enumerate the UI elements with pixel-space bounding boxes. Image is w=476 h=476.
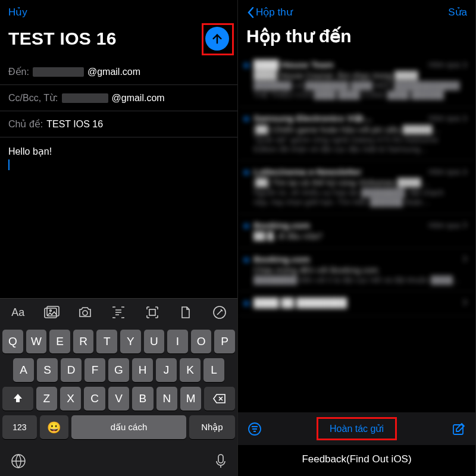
globe-icon[interactable]: [11, 453, 26, 469]
key-t[interactable]: T: [96, 330, 117, 353]
edit-button[interactable]: Sửa: [448, 6, 467, 18]
mail-row[interactable]: Samsung Electronics Việt…Hôm qua [██] Ch…: [238, 107, 475, 161]
compose-body[interactable]: Hello bạn!: [0, 137, 237, 298]
key-c[interactable]: C: [84, 387, 105, 411]
key-q[interactable]: Q: [2, 330, 23, 353]
back-label: Hộp thư: [256, 6, 293, 18]
markup-icon[interactable]: [211, 305, 228, 320]
unread-dot: [244, 117, 249, 121]
key-k[interactable]: K: [180, 358, 201, 382]
camera-icon[interactable]: [77, 305, 93, 320]
key-o[interactable]: O: [191, 330, 212, 353]
send-button[interactable]: [205, 27, 229, 51]
key-e[interactable]: E: [49, 330, 70, 353]
cc-value: @gmail.com: [112, 93, 165, 104]
mail-preview: ████████ đến với ít là đặt cọc hết và đặ…: [253, 275, 467, 285]
unread-dot: [244, 63, 249, 68]
mail-time: Hôm qua: [428, 113, 467, 124]
filter-icon[interactable]: [248, 422, 262, 436]
mail-row[interactable]: ████ House TeamHôm qua ████ House Course…: [238, 54, 475, 107]
cancel-button[interactable]: Hủy: [8, 6, 27, 18]
file-icon[interactable]: [177, 305, 194, 320]
inbox-topbar: Hộp thư Sửa: [238, 0, 475, 21]
keyboard: QWERTYUIOP ASDFGHJKL ZXCVBNM 123 😀 dấu c…: [0, 326, 237, 450]
mail-sender: Samsung Electronics Việt…Hôm qua: [253, 113, 467, 124]
key-x[interactable]: X: [60, 387, 81, 411]
subject-value: TEST IOS 16: [46, 119, 103, 130]
inbox-pane: Hộp thư Sửa Hộp thư đến ████ House TeamH…: [238, 0, 476, 476]
number-key[interactable]: 123: [2, 415, 37, 439]
mail-list[interactable]: ████ House TeamHôm qua ████ House Course…: [238, 54, 475, 412]
unread-dot: [244, 170, 249, 175]
mail-sender: ████ ██ ████████: [253, 298, 467, 308]
undo-send-button[interactable]: Hoàn tác gửi: [320, 419, 393, 438]
svg-rect-9: [453, 425, 463, 434]
key-m[interactable]: M: [180, 387, 201, 411]
key-u[interactable]: U: [144, 330, 165, 353]
key-s[interactable]: S: [37, 358, 58, 382]
to-field[interactable]: Đến: @gmail.com: [0, 59, 237, 85]
redacted-recipient: [33, 67, 84, 77]
mail-sender: Lottecinema e-NewsletterHôm qua: [253, 167, 467, 177]
to-value: @gmail.com: [87, 67, 140, 77]
subject-field[interactable]: Chủ đề: TEST IOS 16: [0, 111, 237, 137]
mic-icon[interactable]: [215, 453, 227, 469]
inbox-footer: Hoàn tác gửi: [238, 412, 475, 445]
key-z[interactable]: Z: [36, 387, 57, 411]
key-row-3: ZXCVBNM: [2, 387, 235, 411]
key-j[interactable]: J: [156, 358, 177, 382]
text-cursor: [8, 159, 10, 170]
key-g[interactable]: G: [108, 358, 129, 382]
key-l[interactable]: L: [203, 358, 224, 382]
mail-subject: Chào mừng đến với Booking.com: [253, 265, 467, 275]
svg-point-2: [49, 310, 51, 312]
subject-label: Chủ đề:: [8, 118, 43, 130]
svg-rect-7: [218, 455, 223, 463]
mail-row[interactable]: ████ ██ ████████: [238, 292, 475, 316]
key-w[interactable]: W: [26, 330, 47, 353]
key-b[interactable]: B: [132, 387, 153, 411]
gallery-icon[interactable]: [43, 305, 60, 320]
mail-preview: Nguồn từ, về nhiều sự hợp tác ████████, …: [253, 188, 467, 208]
unread-dot: [244, 301, 249, 306]
key-n[interactable]: N: [156, 387, 177, 411]
key-p[interactable]: P: [214, 330, 235, 353]
scan-text-icon[interactable]: [110, 305, 127, 320]
key-row-1: QWERTYUIOP: [2, 330, 235, 353]
key-i[interactable]: I: [167, 330, 188, 353]
chevron-left-icon: [246, 7, 255, 18]
back-button[interactable]: Hộp thư: [246, 6, 293, 18]
cc-label: Cc/Bcc, Từ:: [8, 92, 58, 104]
cc-field[interactable]: Cc/Bcc, Từ: @gmail.com: [0, 85, 237, 111]
shift-key[interactable]: [2, 387, 33, 411]
mail-row[interactable]: Lottecinema e-NewsletterHôm qua [██] Tìm…: [238, 161, 475, 214]
to-label: Đến:: [8, 66, 29, 77]
key-f[interactable]: F: [84, 358, 105, 382]
compose-icon[interactable]: [452, 422, 466, 436]
keyboard-toolbar: Aa: [0, 298, 237, 326]
key-d[interactable]: D: [61, 358, 82, 382]
unread-dot: [244, 224, 249, 228]
key-y[interactable]: Y: [120, 330, 141, 353]
unread-dot: [244, 258, 249, 262]
mail-time: [462, 298, 467, 308]
svg-rect-4: [149, 309, 155, 315]
feedback-bar[interactable]: Feedback(Find Out iOS): [238, 445, 475, 476]
key-h[interactable]: H: [132, 358, 153, 382]
key-v[interactable]: V: [108, 387, 129, 411]
space-key[interactable]: dấu cách: [71, 415, 186, 439]
key-a[interactable]: A: [13, 358, 34, 382]
arrow-up-icon: [211, 32, 224, 45]
mail-sender: Booking.com: [253, 254, 467, 264]
mail-subject: [██] Chiến game hoàn hảo với pin siêu ██…: [253, 125, 467, 134]
mail-sender: Booking.comHôm qua: [253, 220, 467, 230]
emoji-key[interactable]: 😀: [40, 415, 68, 439]
backspace-key[interactable]: [204, 387, 235, 411]
scan-doc-icon[interactable]: [144, 305, 161, 320]
mail-row[interactable]: Booking.comHôm qua ██ █, đi đâu nữa?: [238, 214, 475, 248]
mail-row[interactable]: Booking.com Chào mừng đến với Booking.co…: [238, 248, 475, 292]
return-key[interactable]: Nhập: [189, 415, 235, 439]
format-icon[interactable]: Aa: [10, 305, 26, 320]
key-row-4: 123 😀 dấu cách Nhập: [2, 415, 235, 439]
key-r[interactable]: R: [73, 330, 94, 353]
